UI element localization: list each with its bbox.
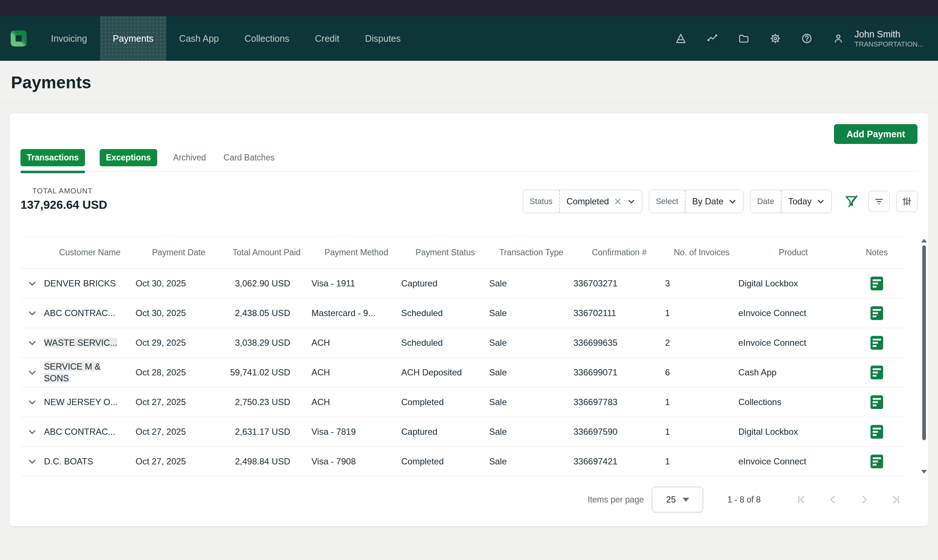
clear-status-icon[interactable] — [613, 197, 622, 206]
row-expand-chevron-icon[interactable] — [27, 397, 38, 408]
folder-icon[interactable] — [738, 32, 750, 44]
nav-item-cash-app[interactable]: Cash App — [166, 16, 231, 61]
cell-method: ACH — [311, 397, 401, 407]
cell-customer-name: SERVICE M & SONS — [44, 361, 136, 385]
pagination-range: 1 - 8 of 8 — [727, 495, 761, 505]
notes-icon[interactable] — [870, 395, 883, 409]
tab-transactions[interactable]: Transactions — [20, 149, 85, 166]
cell-customer-name: D.C. BOATS — [44, 455, 136, 467]
chevron-down-icon[interactable] — [627, 197, 636, 206]
table-row: WASTE SERVIC...Oct 29, 20253,038.29 USDA… — [20, 328, 906, 358]
cell-date: Oct 29, 2025 — [136, 338, 222, 348]
row-expander[interactable] — [20, 308, 44, 318]
select-filter-label: Select — [649, 190, 685, 213]
a-triangle-icon[interactable] — [675, 32, 687, 44]
app-screen: InvoicingPaymentsCash AppCollectionsCred… — [0, 0, 938, 560]
cell-notes — [848, 335, 906, 350]
trend-icon[interactable] — [707, 32, 718, 44]
cell-amount: 3,038.29 USD — [222, 338, 311, 348]
add-payment-button[interactable]: Add Payment — [834, 124, 918, 144]
cell-notes — [848, 365, 906, 380]
items-per-page-value: 25 — [666, 494, 676, 505]
customer-name-text: ABC CONTRAC... — [44, 308, 116, 318]
notes-icon[interactable] — [870, 306, 883, 320]
last-page-button[interactable] — [890, 494, 901, 505]
select-filter[interactable]: Select By Date — [649, 190, 744, 213]
cell-transaction-type: Sale — [489, 427, 573, 437]
notes-icon[interactable] — [870, 454, 883, 469]
cell-date: Oct 27, 2025 — [136, 427, 222, 437]
user-icon[interactable] — [832, 32, 844, 44]
row-expander[interactable] — [20, 426, 44, 437]
row-expander[interactable] — [20, 278, 44, 289]
cell-amount: 2,631.17 USD — [222, 427, 311, 437]
nav-item-collections[interactable]: Collections — [231, 16, 302, 61]
help-icon[interactable] — [801, 32, 813, 44]
total-amount-summary: TOTAL AMOUNT 137,926.64 USD — [20, 187, 107, 212]
table-row: DENVER BRICKSOct 30, 20253,062.90 USDVis… — [20, 269, 906, 298]
chevron-down-icon[interactable] — [728, 197, 737, 206]
customer-name-text: DENVER BRICKS — [44, 278, 116, 288]
tab-bar: TransactionsExceptionsArchivedCard Batch… — [20, 149, 918, 171]
scrollbar-thumb[interactable] — [922, 245, 926, 440]
tab-exceptions[interactable]: Exceptions — [100, 149, 157, 166]
scrollbar-track[interactable] — [921, 245, 927, 467]
items-per-page-select[interactable]: 25 — [652, 487, 703, 512]
notes-icon[interactable] — [870, 335, 883, 350]
chevron-down-icon[interactable] — [816, 197, 826, 206]
scroll-up-arrow[interactable] — [921, 239, 927, 243]
cell-product: Digital Lockbox — [738, 427, 848, 437]
cell-confirmation-number: 336699071 — [573, 367, 665, 378]
tab-archived[interactable]: Archived — [172, 149, 207, 166]
nav-item-invoicing[interactable]: Invoicing — [38, 16, 100, 61]
row-expander[interactable] — [20, 367, 44, 378]
nav-item-payments[interactable]: Payments — [100, 16, 166, 61]
cell-status: Scheduled — [401, 308, 489, 318]
status-filter[interactable]: Status Completed — [523, 190, 642, 213]
nav-item-credit[interactable]: Credit — [302, 16, 353, 61]
cell-amount: 2,750.23 USD — [222, 397, 311, 407]
first-page-button[interactable] — [796, 494, 807, 505]
date-filter[interactable]: Date Today — [750, 190, 832, 213]
scroll-down-arrow[interactable] — [921, 470, 927, 474]
cell-status: Completed — [401, 397, 489, 407]
notes-icon[interactable] — [870, 276, 883, 291]
notes-icon[interactable] — [870, 425, 883, 439]
row-expander[interactable] — [20, 397, 44, 408]
cell-method: Visa - 7819 — [311, 427, 401, 437]
nav-item-disputes[interactable]: Disputes — [352, 16, 413, 61]
row-expand-chevron-icon[interactable] — [27, 456, 38, 467]
cell-confirmation-number: 336697783 — [573, 397, 665, 407]
table-row: ABC CONTRAC...Oct 27, 20252,631.17 USDVi… — [20, 417, 906, 447]
column-settings-button[interactable] — [896, 191, 918, 212]
table-row: D.C. BOATSOct 27, 20252,498.84 USDVisa -… — [20, 447, 906, 477]
row-expand-chevron-icon[interactable] — [27, 426, 38, 437]
clear-filters-button[interactable] — [844, 194, 859, 209]
row-expand-chevron-icon[interactable] — [27, 278, 38, 289]
sort-filter-button[interactable] — [869, 191, 890, 212]
tab-card-batches[interactable]: Card Batches — [222, 149, 276, 166]
cell-product: eInvoice Connect — [738, 338, 848, 348]
row-expand-chevron-icon[interactable] — [27, 367, 38, 378]
next-page-button[interactable] — [859, 494, 870, 505]
row-expander[interactable] — [20, 456, 44, 467]
app-logo[interactable] — [0, 16, 38, 61]
cell-amount: 2,438.05 USD — [222, 308, 311, 318]
column-header-total-amount-paid: Total Amount Paid — [222, 247, 311, 258]
status-filter-label: Status — [523, 190, 560, 213]
row-expander[interactable] — [20, 337, 44, 348]
column-header-no-of-invoices: No. of Invoices — [665, 247, 738, 258]
cell-date: Oct 28, 2025 — [136, 367, 222, 378]
settings-icon[interactable] — [769, 32, 781, 44]
cell-method: Mastercard - 9... — [311, 308, 401, 318]
row-expand-chevron-icon[interactable] — [27, 308, 38, 318]
notes-icon[interactable] — [870, 365, 883, 380]
row-expand-chevron-icon[interactable] — [27, 337, 38, 348]
user-name: John Smith — [855, 29, 923, 40]
cell-invoice-count: 1 — [665, 308, 738, 318]
user-menu[interactable]: John Smith TRANSPORTATION... — [855, 29, 923, 49]
customer-name-text: D.C. BOATS — [44, 456, 93, 466]
cell-confirmation-number: 336702111 — [573, 308, 665, 318]
table-row: NEW JERSEY O...Oct 27, 20252,750.23 USDA… — [20, 388, 906, 417]
previous-page-button[interactable] — [827, 494, 838, 505]
